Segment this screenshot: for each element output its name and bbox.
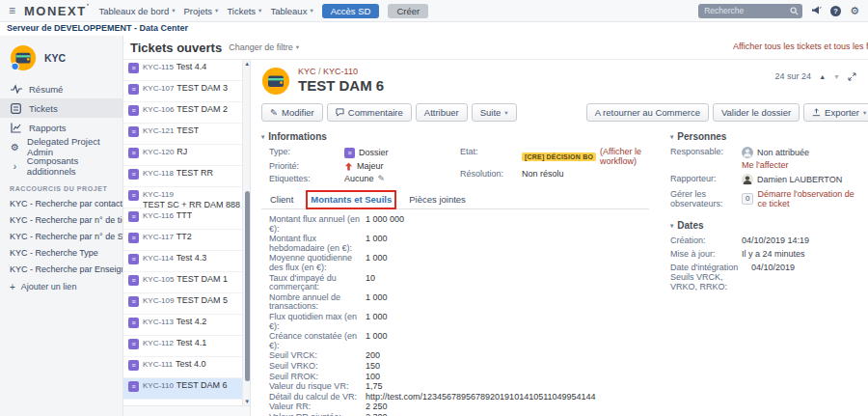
valider-dossier-button[interactable]: Valider le dossier: [713, 103, 800, 122]
breadcrumb-ticket-link[interactable]: KYC-110: [323, 67, 358, 76]
ticket-list: ≡ KYC-115 Test 4.4 ≡ KYC-107 TEST DAM 3 …: [123, 60, 242, 405]
collapse-twisty-icon[interactable]: ▾: [670, 133, 673, 141]
scrollbar-thumb[interactable]: [245, 191, 250, 381]
show-all-tickets-link[interactable]: Afficher tous les tickets et tous les fi…: [733, 42, 868, 51]
ticket-key: KYC-116: [143, 211, 174, 220]
reporter-value[interactable]: Damien LAUBERTON: [757, 175, 842, 184]
reporter-label: Rapporteur:: [670, 174, 742, 185]
ticket-key: KYC-111: [143, 360, 173, 369]
ticket-summary: TEST DAM 2: [176, 104, 228, 114]
modifier-button[interactable]: ✎ Modifier: [261, 103, 323, 122]
search-input[interactable]: [698, 4, 802, 18]
ticket-key: KYC-110: [143, 381, 174, 390]
expand-icon[interactable]: [848, 72, 856, 81]
suite-button[interactable]: Suite ▾: [472, 103, 517, 122]
collapse-twisty-icon[interactable]: ▾: [261, 133, 264, 141]
retourner-commerce-button[interactable]: A retourner au Commerce: [586, 103, 709, 122]
integration-date-label: Date d'intégration Seuils VRCK, VRKO, RR…: [670, 263, 751, 291]
project-header[interactable]: KYC: [0, 41, 122, 79]
assign-to-me-link[interactable]: Me l'affecter: [742, 160, 809, 170]
sidebar-item-resume[interactable]: Résumé: [0, 79, 122, 98]
ticket-list-item[interactable]: ≡ KYC-107 TEST DAM 3: [123, 81, 242, 102]
nav-tableaux[interactable]: Tableaux▾: [270, 6, 312, 16]
commentaire-button[interactable]: Commentaire: [327, 103, 412, 122]
collapse-twisty-icon[interactable]: ▾: [670, 222, 673, 230]
nav-tickets[interactable]: Tickets▾: [227, 6, 261, 16]
project-shortcut-link[interactable]: KYC - Recherche par Enseigne: [0, 262, 122, 278]
ticket-list-item[interactable]: ≡ KYC-120 RJ: [123, 145, 242, 166]
breadcrumb-project-link[interactable]: KYC: [298, 67, 316, 76]
sidebar-item-composants[interactable]: › Composants additionnels: [0, 156, 122, 176]
ticket-summary: TEST SC + RR DAM 888: [143, 200, 240, 208]
creer-button[interactable]: Créer: [388, 4, 428, 18]
feedback-icon[interactable]: [811, 6, 822, 15]
edit-labels-pencil-icon[interactable]: ✎: [378, 174, 386, 183]
ticket-toolbar: ✎ Modifier Commentaire Attribuer Suite ▾…: [261, 103, 860, 122]
ticket-list-item[interactable]: ≡ KYC-109 TEST DAM 5: [123, 293, 242, 315]
ticket-list-item[interactable]: ≡ KYC-114 Test 4.3: [123, 251, 242, 272]
ticket-type-icon: ≡: [128, 169, 139, 180]
field-row: Montant flux hebdomadaire (en €): 1 000: [269, 235, 649, 253]
help-icon[interactable]: ?: [830, 6, 841, 16]
tab-client[interactable]: Client: [269, 193, 294, 208]
chevron-down-icon: ▾: [172, 7, 175, 14]
list-bottom-strip: [123, 405, 250, 416]
ticket-key: KYC-121: [143, 126, 174, 135]
ticket-list-item[interactable]: ≡ KYC-119 TEST SC + RR DAM 888: [123, 187, 242, 208]
labels-label: Etiquettes:: [269, 174, 344, 183]
sidebar-item-rapports[interactable]: Rapports: [0, 118, 122, 137]
ticket-key: KYC-119: [143, 190, 174, 199]
nav-tableaux-de-bord[interactable]: Tableaux de bord▾: [98, 6, 175, 16]
ticket-list-item[interactable]: ≡ KYC-115 Test 4.4: [123, 60, 242, 81]
search-icon: [790, 7, 799, 15]
ticket-list-item[interactable]: ≡ KYC-116 TTT: [123, 208, 242, 230]
field-row: Nombre annuel de transactions: 1 000: [269, 293, 649, 312]
ticket-list-item[interactable]: ≡ KYC-111 Test 4.0: [123, 357, 242, 378]
sidebar-item-tickets[interactable]: Tickets: [0, 98, 122, 118]
start-watching-link[interactable]: Démarre l'observation de ce ticket: [757, 189, 860, 208]
ticket-list-item[interactable]: ≡ KYC-106 TEST DAM 2: [123, 102, 242, 124]
pager-count: 24 sur 24: [775, 71, 812, 81]
ticket-header: KYC / KYC-110 TEST DAM 6: [261, 67, 860, 96]
ticket-list-item[interactable]: ≡ KYC-121 TEST: [123, 124, 242, 145]
acces-sd-button[interactable]: Accès SD: [322, 4, 380, 18]
exporter-button[interactable]: Exporter ▾: [803, 103, 868, 122]
project-shortcut-link[interactable]: KYC - Recherche par contact: [0, 196, 122, 212]
ticket-list-item[interactable]: ≡ KYC-110 TEST DAM 6: [123, 378, 242, 400]
change-filter-button[interactable]: Changer de filtre ▾: [229, 42, 299, 52]
chevron-down-icon: ▾: [215, 7, 218, 14]
field-value: 2 250: [366, 402, 388, 412]
field-row: Seuil VRKO: 150: [269, 362, 649, 372]
ticket-key: KYC-109: [143, 296, 174, 305]
ticket-list-item[interactable]: ≡ KYC-105 TEST DAM 1: [123, 272, 242, 293]
field-value-link[interactable]: http://test.com/123456789567892019101410…: [366, 393, 596, 402]
project-avatar-wallet-icon: [10, 44, 37, 71]
show-workflow-link[interactable]: (Afficher le workflow): [600, 147, 649, 166]
tab-montants-et-seuils[interactable]: Montants et Seuils: [310, 193, 393, 209]
pager: 24 sur 24 ▲ ▼: [775, 71, 856, 81]
field-label: Valeur du risque VR:: [269, 382, 366, 392]
ticket-list-item[interactable]: ≡ KYC-113 Test 4.2: [123, 315, 242, 336]
ticket-summary: RJ: [176, 147, 187, 156]
logo-tick: ’: [87, 2, 91, 11]
ticket-list-item[interactable]: ≡ KYC-117 TT2: [123, 230, 242, 251]
ticket-list-item[interactable]: ≡ KYC-118 TEST RR: [123, 166, 242, 187]
ticket-type-icon: ≡: [128, 126, 139, 137]
tab-pieces-jointes[interactable]: Pièces jointes: [408, 193, 467, 208]
project-shortcut-link[interactable]: KYC - Recherche Type: [0, 245, 122, 262]
app-switcher-icon[interactable]: ≡: [9, 4, 15, 17]
attribuer-button[interactable]: Attribuer: [416, 103, 468, 122]
next-ticket-icon[interactable]: ▼: [833, 73, 840, 80]
project-shortcut-link[interactable]: KYC - Recherche par n° de ticket: [0, 212, 122, 229]
ticket-list-item[interactable]: ≡ KYC-112 Test 4.1: [123, 336, 242, 357]
nav-projets[interactable]: Projets▾: [184, 6, 219, 16]
project-shortcut-link[interactable]: KYC - Recherche par n° de SIRET: [0, 229, 122, 245]
settings-gear-icon[interactable]: ⚙: [850, 6, 859, 16]
ticket-summary: TEST DAM 5: [176, 295, 228, 305]
field-value: 1 000: [366, 254, 388, 272]
add-link-button[interactable]: + Ajouter un lien: [0, 278, 122, 295]
previous-ticket-icon[interactable]: ▲: [819, 73, 826, 80]
sidebar-item-delegated-admin[interactable]: ⚙ Delegated Project Admin: [0, 137, 122, 156]
ticket-type-icon: ≡: [128, 211, 139, 222]
chevron-down-icon: ▾: [310, 7, 312, 14]
